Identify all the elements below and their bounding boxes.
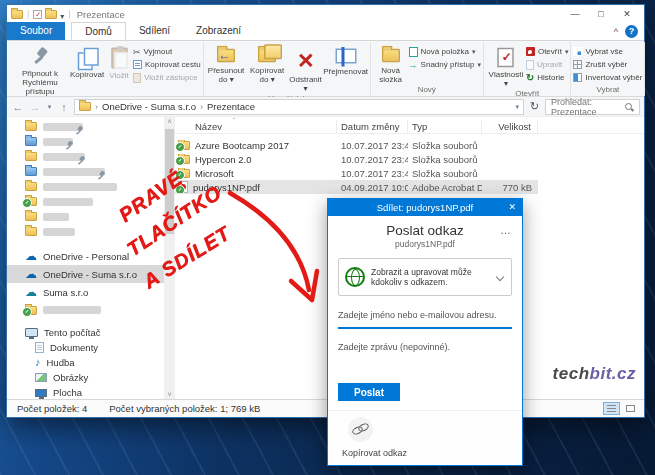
folder-icon xyxy=(79,102,91,111)
ribbon-button-kop-rovat[interactable]: Kopírovat xyxy=(69,42,105,96)
title-bar: || Prezentace — □ ✕ xyxy=(7,5,644,23)
search-input[interactable]: Prohledat: Prezentace xyxy=(545,99,640,115)
folder-yellow-icon xyxy=(25,152,37,161)
breadcrumb-item-onedrive-suma-s-r-o[interactable]: OneDrive - Suma s.r.o xyxy=(102,101,196,112)
status-bar: Počet položek: 4 Počet vybraných položek… xyxy=(7,399,644,417)
dialog-footer: Kopírovat odkaz xyxy=(328,410,522,465)
new-item-icon xyxy=(409,47,418,57)
delete-icon xyxy=(297,47,315,74)
easy-access-icon xyxy=(409,60,418,70)
minimize-button[interactable]: — xyxy=(562,6,588,22)
sidebar-item-plocha[interactable]: Plocha xyxy=(7,385,175,399)
up-icon[interactable]: ↑ xyxy=(57,101,71,113)
sidebar-item-obr-zky[interactable]: Obrázky xyxy=(7,370,175,385)
collapse-ribbon-icon[interactable]: ^ xyxy=(614,27,618,37)
ribbon-button-nov-slo-ka[interactable]: Nová složka xyxy=(373,42,409,84)
tab-sd-len[interactable]: Sdílení xyxy=(126,22,183,40)
ribbon-button-p-esunout-do[interactable]: Přesunout do ▾ xyxy=(206,42,247,93)
folder-small-icon xyxy=(11,10,23,19)
ribbon-button-vlastnosti[interactable]: Vlastnosti ▾ xyxy=(486,42,526,88)
folder-blue-icon xyxy=(25,167,37,176)
sidebar-item-blurred[interactable] xyxy=(7,119,175,134)
breadcrumb-item-prezentace[interactable]: Prezentace xyxy=(207,101,255,112)
music-icon xyxy=(35,357,41,368)
invert-selection-icon xyxy=(573,73,582,82)
copy-link-button[interactable] xyxy=(348,417,373,442)
file-row-hypercon-2-0[interactable]: Hypercon 2.010.07.2017 23:48Složka soubo… xyxy=(175,152,538,166)
tab-soubor[interactable]: Soubor xyxy=(7,22,65,40)
recipient-input[interactable]: Zadejte jméno nebo e-mailovou adresu. xyxy=(338,310,512,329)
sidebar-item-blurred[interactable] xyxy=(7,149,175,164)
sidebar-item-dokumenty[interactable]: Dokumenty xyxy=(7,340,175,355)
ribbon-button-upravit[interactable]: Upravit xyxy=(526,58,569,71)
scroll-up-icon[interactable]: ˄ xyxy=(164,118,175,125)
copy-path-icon xyxy=(133,60,142,69)
close-button[interactable]: ✕ xyxy=(614,6,640,22)
ribbon-button-odstranit[interactable]: Odstranit ▾ xyxy=(288,42,324,93)
ribbon-button-vyjmout[interactable]: Vyjmout xyxy=(133,45,201,58)
help-icon[interactable]: ? xyxy=(625,25,638,38)
move-to-icon xyxy=(217,49,235,63)
ribbon-button-p-ipnout-k-rychl-mu-p-stupu[interactable]: Připnout k Rychlému přístupu xyxy=(11,42,69,96)
cut-icon xyxy=(133,47,141,57)
search-icon xyxy=(624,102,634,112)
ribbon-tabs: Soubor DomůSdíleníZobrazení ^ ? xyxy=(7,23,644,41)
globe-icon xyxy=(345,267,365,287)
sidebar-item-blurred[interactable] xyxy=(7,164,175,179)
column-header-typ[interactable]: Typ xyxy=(408,120,482,133)
tab-zobrazen[interactable]: Zobrazení xyxy=(183,22,254,40)
breadcrumb[interactable]: ›OneDrive - Suma s.r.o›Prezentace ▾ xyxy=(74,99,524,115)
ribbon-button-snadn-p-stup[interactable]: Snadný přístup▾ xyxy=(409,58,481,71)
file-row-pudorys1np-pdf[interactable]: pudorys1NP.pdf04.09.2017 10:05Adobe Acro… xyxy=(175,180,538,194)
ribbon-button-kop-rovat-cestu[interactable]: Kopírovat cestu xyxy=(133,58,201,71)
computer-icon xyxy=(25,328,38,337)
select-all-icon xyxy=(573,47,582,56)
main-area: OneDrive - PersonalOneDrive - Suma s.r.o… xyxy=(7,117,644,399)
back-icon[interactable]: ← xyxy=(11,101,25,113)
folder-blue-icon xyxy=(25,137,37,146)
column-header-n-zev[interactable]: Název xyxy=(175,120,337,133)
link-permission-selector[interactable]: Zobrazit a upravovat může kdokoliv s odk… xyxy=(338,258,512,296)
explorer-window: || Prezentace — □ ✕ Soubor DomůSdíleníZo… xyxy=(6,4,645,418)
ribbon-group-uspo-dat: Přesunout do ▾Kopírovat do ▾Odstranit ▾P… xyxy=(204,42,371,96)
ribbon-button-zru-it-v-b-r[interactable]: Zrušit výběr xyxy=(573,58,642,71)
ribbon-button-historie[interactable]: Historie xyxy=(526,71,569,84)
file-row-microsoft[interactable]: Microsoft10.07.2017 23:48Složka souborů xyxy=(175,166,538,180)
file-row-azure-bootcamp-2017[interactable]: Azure Bootcamp 201710.07.2017 23:48Složk… xyxy=(175,138,538,152)
dialog-header: Poslat odkaz … pudorys1NP.pdf xyxy=(328,216,522,249)
ribbon-button-nov-polo-ka[interactable]: Nová položka▾ xyxy=(409,45,481,58)
ribbon-button-vlo-it[interactable]: Vložit xyxy=(105,42,133,96)
dialog-close-icon[interactable]: ✕ xyxy=(508,199,516,216)
thumbnails-view-button[interactable] xyxy=(622,402,639,415)
maximize-button[interactable]: □ xyxy=(588,6,614,22)
ribbon-group-otev-t: Vlastnosti ▾Otevřít▾UpravitHistorieOtevř… xyxy=(484,42,572,96)
sidebar-item-hudba[interactable]: Hudba xyxy=(7,355,175,370)
watermark: techbit.cz xyxy=(553,364,636,384)
sidebar-item-blurred[interactable] xyxy=(7,301,175,319)
message-input[interactable]: Zadejte zprávu (nepovinné). xyxy=(338,342,512,352)
recent-locations-icon[interactable]: ▾ xyxy=(45,103,54,111)
scroll-down-icon[interactable]: ˅ xyxy=(164,391,175,398)
ribbon-button-invertovat-v-b-r[interactable]: Invertovat výběr xyxy=(573,71,642,84)
ribbon-button-vybrat-v-e[interactable]: Vybrat vše xyxy=(573,45,642,58)
column-header-datum-zm-ny[interactable]: Datum změny xyxy=(337,120,408,133)
sidebar-item-blurred[interactable] xyxy=(7,134,175,149)
send-button[interactable]: Poslat xyxy=(338,383,400,401)
new-folder-icon xyxy=(382,49,400,63)
chevron-down-icon xyxy=(496,273,504,281)
address-dropdown-icon[interactable]: ▾ xyxy=(515,103,519,111)
more-options-icon[interactable]: … xyxy=(500,224,512,236)
forward-icon[interactable]: → xyxy=(28,101,42,113)
ribbon-button-vlo-it-z-stupce[interactable]: Vložit zástupce xyxy=(133,71,201,84)
copy-link-label: Kopírovat odkaz xyxy=(342,448,522,458)
quick-access-toolbar: || xyxy=(11,5,72,23)
ribbon-button-p-ejmenovat[interactable]: Přejmenovat xyxy=(324,42,368,93)
tab-dom[interactable]: Domů xyxy=(71,22,126,40)
details-view-button[interactable] xyxy=(603,402,620,415)
ribbon-button-otev-t[interactable]: Otevřít▾ xyxy=(526,45,569,58)
refresh-icon[interactable]: ↻ xyxy=(527,100,542,113)
column-header-velikost[interactable]: Velikost xyxy=(482,120,538,133)
dialog-heading: Poslat odkaz xyxy=(328,223,522,238)
ribbon-button-kop-rovat-do[interactable]: Kopírovat do ▾ xyxy=(247,42,288,93)
sidebar-item-tento-po-ta[interactable]: Tento počítač xyxy=(7,325,175,340)
